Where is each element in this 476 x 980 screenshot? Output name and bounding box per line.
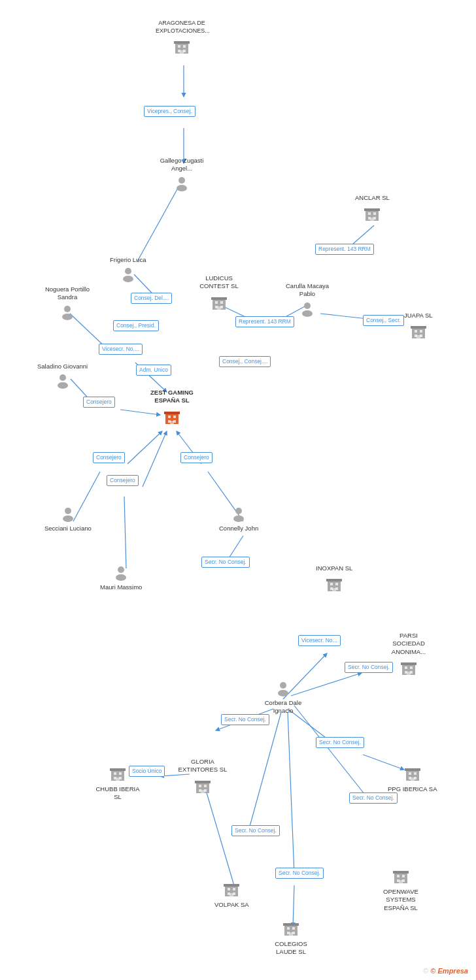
svg-rect-32 (174, 41, 190, 44)
role-consej-del[interactable]: Consej. Del.... (131, 293, 172, 304)
role-secr-no-connelly[interactable]: Secr. No Consej. (201, 557, 250, 568)
svg-rect-86 (201, 790, 205, 793)
svg-rect-37 (180, 50, 184, 54)
svg-rect-114 (399, 880, 403, 883)
ppg-icon (402, 763, 423, 784)
role-consejero-connelly[interactable]: Consejero (180, 452, 212, 463)
node-saladino[interactable]: Saladino Giovanni (37, 361, 88, 390)
role-secr-no-colegios[interactable]: Secr. No Consej. (275, 868, 324, 879)
noguera-person-icon (58, 303, 76, 321)
svg-point-125 (123, 276, 133, 282)
svg-rect-33 (178, 45, 180, 48)
role-secr-no-openwave[interactable]: Secr. No Consej. (349, 792, 398, 804)
svg-line-24 (248, 712, 281, 831)
svg-point-136 (118, 566, 124, 573)
node-secciani[interactable]: Secciani Luciano (44, 505, 92, 532)
inoxpan-icon (324, 574, 345, 595)
svg-rect-46 (211, 297, 227, 300)
node-mauri[interactable]: Mauri Massimo (100, 564, 142, 591)
role-consejero-saladino[interactable]: Consejero (83, 397, 115, 408)
role-consejero-secciani[interactable]: Consejero (93, 452, 125, 463)
role-vicepres-consej[interactable]: Vicepres., Consej. (144, 106, 196, 117)
node-openwave[interactable]: OPENWAVE SYSTEMS ESPAÑA SL (375, 866, 427, 912)
svg-point-138 (280, 682, 286, 689)
node-connelly[interactable]: Connelly John (219, 505, 258, 532)
svg-rect-83 (204, 785, 207, 787)
svg-point-131 (58, 382, 68, 389)
mauri-person-icon (112, 564, 130, 582)
svg-rect-54 (415, 330, 417, 333)
svg-rect-117 (287, 927, 290, 930)
node-parsi[interactable]: PARSI SOCIEDAD ANONIMA... (382, 630, 435, 678)
node-gloria[interactable]: GLORIA EXTINTORES SL (177, 757, 229, 796)
svg-rect-116 (283, 923, 299, 926)
svg-point-123 (177, 185, 187, 191)
node-ppg[interactable]: PPG IBERICA SA (388, 763, 437, 793)
svg-rect-62 (173, 416, 176, 418)
svg-point-129 (302, 310, 313, 317)
svg-rect-118 (292, 927, 295, 930)
svg-rect-34 (183, 45, 186, 48)
svg-point-132 (65, 508, 71, 514)
role-adm-unico[interactable]: Adm. Unico (136, 365, 171, 376)
node-aragonesa[interactable]: ARAGONESA DE EXPLOTACIONES... (156, 18, 208, 57)
role-secr-no-corbera2[interactable]: Secr. No Consej. (221, 714, 269, 725)
carulla-person-icon (298, 300, 316, 318)
svg-point-135 (233, 515, 244, 522)
svg-rect-65 (170, 421, 174, 424)
svg-rect-93 (116, 777, 120, 781)
svg-rect-40 (368, 212, 371, 215)
node-volpak[interactable]: VOLPAK SA (214, 879, 249, 909)
svg-point-130 (60, 374, 66, 381)
svg-rect-100 (411, 777, 415, 781)
svg-line-25 (288, 712, 294, 874)
svg-point-127 (62, 314, 73, 320)
node-noguera[interactable]: Noguera Portillo Sandra (41, 284, 94, 321)
node-ludicus[interactable]: LUDICUS CONTEST SL (193, 273, 245, 313)
role-consejero-mauri[interactable]: Consejero (107, 475, 139, 486)
aragonesa-icon (171, 36, 192, 57)
anclar-icon (362, 203, 382, 224)
node-zest[interactable]: ZEST GAMING ESPAÑA SL (143, 387, 201, 427)
colegios-icon (280, 918, 301, 939)
role-secr-no-volpak[interactable]: Secr. No Consej. (231, 825, 280, 836)
role-vicesecr-no[interactable]: Vicesecr. No.... (99, 344, 143, 355)
svg-rect-121 (289, 932, 293, 936)
svg-rect-102 (224, 884, 239, 887)
svg-line-2 (137, 188, 178, 261)
svg-rect-81 (195, 781, 211, 783)
node-anclar[interactable]: ANCLAR SL (355, 193, 390, 224)
svg-rect-47 (215, 301, 218, 304)
svg-rect-82 (199, 785, 201, 787)
copyright: © © Empresa (423, 967, 468, 975)
svg-rect-79 (407, 672, 411, 675)
node-juapa[interactable]: JUAPA SL (404, 310, 433, 342)
svg-rect-61 (168, 416, 171, 418)
node-corbera[interactable]: Corbera Dale Ignacio (257, 679, 309, 715)
node-chubb[interactable]: CHUBB IBERIA SL (92, 763, 144, 802)
svg-point-139 (278, 690, 288, 696)
node-colegios[interactable]: COLEGIOS LAUDE SL (265, 918, 317, 956)
svg-rect-51 (217, 306, 221, 310)
node-frigerio[interactable]: Frigerio Luca (110, 255, 146, 284)
node-carulla[interactable]: Carulla Macaya Pablo (281, 281, 333, 318)
svg-rect-68 (330, 583, 333, 585)
svg-rect-72 (332, 588, 336, 591)
role-represent-anclar[interactable]: Represent. 143 RRM (315, 244, 374, 255)
node-inoxpan[interactable]: INOXPAN SL (316, 563, 352, 595)
svg-rect-95 (405, 768, 420, 771)
role-vicesecr-no-corbera[interactable]: Vicesecr. No... (298, 635, 341, 646)
svg-point-134 (235, 508, 242, 514)
secciani-person-icon (59, 505, 77, 523)
node-gallego[interactable]: Gallego Zugasti Angel... (156, 155, 208, 193)
gallego-person-icon (173, 174, 191, 193)
role-secr-no-ppg[interactable]: Secr. No Consej. (316, 737, 364, 748)
svg-rect-111 (402, 875, 405, 877)
svg-line-26 (294, 706, 369, 800)
svg-line-16 (143, 431, 167, 487)
role-consej-secr-juapa[interactable]: Consej., Secr. (363, 315, 404, 326)
svg-rect-74 (401, 662, 416, 665)
svg-rect-55 (420, 330, 422, 333)
role-consej-consej[interactable]: Consej., Consej.... (219, 356, 271, 367)
role-consej-presid[interactable]: Consej., Presid. (113, 320, 159, 331)
